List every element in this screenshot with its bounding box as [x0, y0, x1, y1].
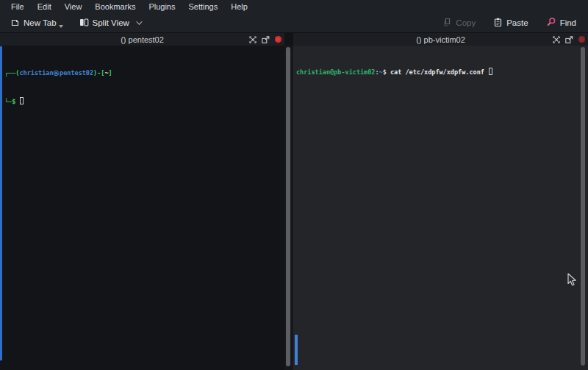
paste-label: Paste [506, 18, 528, 27]
prompt-user-host: christian@pb-victim02 [296, 68, 375, 76]
terminal-pane-pentest02[interactable]: ┌──(christian㉿pentest02)-[~] └─$ [0, 46, 284, 370]
toolbar: New Tab Split View Copy Paste [0, 13, 588, 33]
close-button[interactable] [578, 36, 585, 43]
space [15, 98, 19, 105]
prompt-frame: ┌──( [4, 69, 19, 77]
terminal-line: christian@pb-victim02:~$ cat /etc/xdpfw/… [296, 68, 588, 77]
menu-edit[interactable]: Edit [31, 1, 58, 12]
menu-plugins[interactable]: Plugins [142, 1, 182, 12]
new-tab-button[interactable]: New Tab [6, 15, 68, 31]
command-text: cat /etc/xdpfw/xdpfw.conf [390, 68, 484, 76]
menu-file[interactable]: File [4, 1, 31, 12]
pane-header-pb-victim02[interactable]: () pb-victim02 [293, 33, 588, 46]
terminal-line: ┌──(christian㉿pentest02)-[~] [4, 68, 284, 78]
terminal-pane-pb-victim02[interactable]: christian@pb-victim02:~$ cat /etc/xdpfw/… [293, 46, 588, 370]
mouse-pointer-icon [567, 273, 577, 290]
split-view-chevron-down-icon[interactable] [136, 18, 142, 24]
menu-help[interactable]: Help [224, 1, 254, 12]
maximize-view-icon[interactable] [553, 33, 560, 46]
terminal-cursor [20, 97, 24, 104]
terminal-cursor [489, 68, 492, 75]
paste-button[interactable]: Paste [489, 15, 532, 31]
pane-header-pentest02[interactable]: () pentest02 [0, 33, 284, 46]
find-button[interactable]: Find [542, 15, 581, 31]
paste-icon [493, 18, 503, 29]
maximize-view-icon[interactable] [249, 33, 257, 46]
menu-bookmarks[interactable]: Bookmarks [88, 1, 142, 12]
pane-splitter[interactable] [284, 46, 293, 370]
scrollbar-thumb[interactable] [286, 47, 290, 366]
copy-button: Copy [438, 15, 480, 31]
space [484, 68, 488, 76]
new-tab-dropdown-caret[interactable] [59, 25, 63, 28]
split-view-button[interactable]: Split View [75, 15, 145, 31]
find-label: Find [560, 18, 576, 27]
prompt-user-host: christian㉿pentest02 [19, 69, 93, 77]
new-tab-label: New Tab [24, 18, 57, 27]
detach-view-icon[interactable] [565, 33, 573, 46]
find-icon [546, 17, 556, 29]
pane-title-pb-victim02: () pb-victim02 [416, 35, 465, 44]
prompt-symbol: └─$ [4, 98, 15, 105]
scroll-position-bar-right[interactable] [295, 335, 298, 365]
copy-icon [442, 18, 452, 29]
new-tab-icon [10, 18, 20, 29]
konsole-window: File Edit View Bookmarks Plugins Setting… [0, 0, 588, 370]
split-view-icon [79, 18, 89, 29]
close-button[interactable] [275, 36, 282, 43]
pane-title-pentest02: () pentest02 [121, 35, 164, 44]
detach-view-icon[interactable] [262, 33, 270, 46]
copy-label: Copy [456, 18, 476, 27]
scroll-position-bar-left[interactable] [0, 46, 2, 360]
prompt-frame: )-[ [93, 69, 104, 77]
scrollbar-thumb[interactable] [581, 47, 585, 366]
split-view-label: Split View [93, 18, 129, 27]
menu-view[interactable]: View [58, 1, 89, 12]
prompt-frame: ] [109, 69, 112, 77]
menu-bar: File Edit View Bookmarks Plugins Setting… [0, 0, 588, 13]
menu-settings[interactable]: Settings [182, 1, 224, 12]
terminal-line: └─$ [4, 97, 284, 107]
pane-header-icons-left [249, 33, 282, 46]
pane-header-icons-right [553, 33, 585, 46]
